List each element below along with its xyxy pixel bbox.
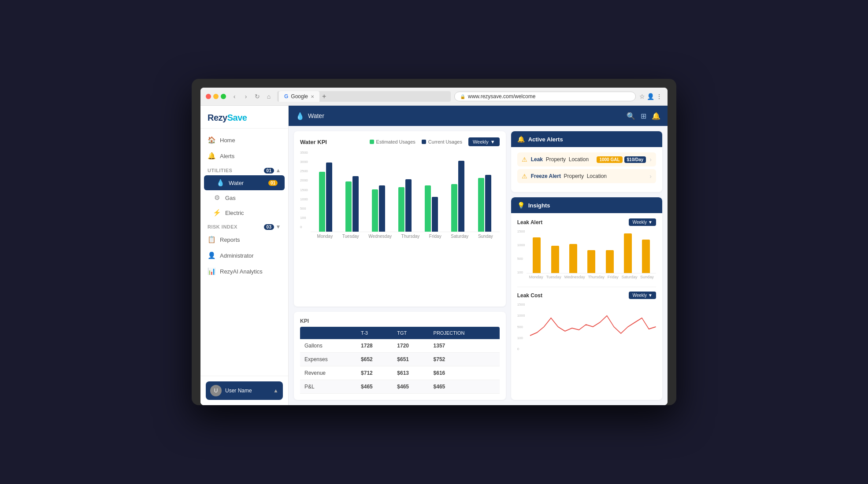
- table-cell-projection: $465: [429, 380, 500, 394]
- bar-day-label: Tuesday: [342, 234, 359, 239]
- col-header-projection: PROJECTION: [429, 327, 500, 339]
- col-header-label: [300, 327, 356, 339]
- legend-green-dot: [370, 140, 374, 144]
- water-icon: 💧: [216, 179, 224, 187]
- profile-button[interactable]: 👤: [647, 93, 654, 100]
- sidebar-item-reports[interactable]: 📋 Reports: [200, 232, 288, 248]
- user-avatar: U: [210, 385, 222, 396]
- alert-property-2: Property: [564, 173, 584, 179]
- address-bar[interactable]: 🔒 www.rezysave.com/welcome: [454, 92, 636, 101]
- tab-label: Google: [291, 93, 308, 100]
- alert-type-leak: Leak: [531, 156, 543, 163]
- sidebar-item-rezyai[interactable]: 📊 RezyAI Analytics: [200, 263, 288, 279]
- risk-label: Risk Index: [208, 224, 237, 229]
- bar-group: [372, 185, 385, 232]
- table-row: P&L$465$465$465: [300, 380, 500, 394]
- bar-day-label: Thursday: [401, 234, 420, 239]
- new-tab-button[interactable]: +: [319, 92, 329, 100]
- search-button[interactable]: 🔍: [627, 112, 635, 120]
- bar-estimated: [398, 187, 404, 232]
- close-btn[interactable]: [206, 94, 211, 99]
- bar-estimated: [345, 181, 352, 232]
- macbook-screen: ‹ › ↻ ⌂ G Google ✕ + 🔒 www.rezysave.com/…: [200, 88, 668, 405]
- bookmark-button[interactable]: ☆: [639, 93, 645, 100]
- leak-cost-section: Leak Cost Weekly ▼ 1500 1000: [517, 292, 656, 351]
- table-cell-t3: $712: [356, 366, 393, 380]
- sidebar-item-electric[interactable]: ⚡ Electric: [200, 205, 288, 220]
- chevron-down-icon-3: ▼: [648, 293, 653, 298]
- leak-cost-chart-area: 1500 1000 500 100 0: [517, 303, 656, 351]
- leak-day-label: Friday: [608, 275, 619, 279]
- reports-icon: 📋: [208, 236, 215, 244]
- leak-alert-weekly-button[interactable]: Weekly ▼: [629, 218, 656, 226]
- sidebar-item-water[interactable]: 💧 Water 01: [204, 175, 285, 190]
- sidebar-item-alerts[interactable]: 🔔 Alerts: [200, 148, 288, 164]
- leak-alert-header: Leak Alert Weekly ▼: [517, 218, 656, 226]
- user-name: User Name: [225, 388, 270, 394]
- bar-group: [319, 163, 332, 232]
- leak-day-label: Monday: [529, 275, 543, 279]
- header-left: 💧 Water: [296, 112, 324, 120]
- browser-tab[interactable]: G Google ✕: [279, 91, 319, 102]
- alert-location: Location: [569, 156, 589, 163]
- table-cell-label: Gallons: [300, 339, 356, 353]
- kpi-chart-header: Water KPI Estimated Usages Current Usage…: [300, 137, 500, 146]
- leak-day-label: Thursday: [588, 275, 605, 279]
- utilities-toggle-icon: ▲: [276, 167, 281, 174]
- maximize-btn[interactable]: [221, 94, 226, 99]
- tab-close-button[interactable]: ✕: [311, 94, 314, 99]
- insights-panel-title: Insights: [528, 202, 550, 209]
- utilities-badge: 01: [264, 168, 274, 174]
- bar-estimated: [478, 178, 484, 232]
- leak-alert-section: Leak Alert Weekly ▼ 1500 1000: [517, 218, 656, 282]
- alert-chevron-icon-2: ›: [649, 173, 652, 180]
- bar-day-label: Monday: [317, 234, 333, 239]
- bar-current: [458, 161, 464, 232]
- sidebar-nav: 🏠 Home 🔔 Alerts Utilities 01 ▲: [200, 129, 288, 376]
- chevron-down-icon: ▼: [490, 139, 495, 144]
- leak-bar: [551, 246, 559, 273]
- risk-index-section-header[interactable]: Risk Index 03 ▼: [200, 220, 288, 232]
- sidebar-item-administrator[interactable]: 👤 Administrator: [200, 248, 288, 263]
- y-label: 2000: [300, 178, 308, 182]
- leak-alert-chart-area: 1500 1000 500 100 M: [517, 229, 656, 282]
- sidebar-item-gas[interactable]: ⚙ Gas: [200, 190, 288, 205]
- insights-card: 💡 Insights Leak Alert Weekly ▼: [511, 197, 662, 400]
- app-container: RezySave 🏠 Home 🔔 Alerts: [200, 106, 668, 405]
- leak-cost-chart-body: [527, 303, 656, 351]
- leak-cost-weekly-button[interactable]: Weekly ▼: [629, 292, 656, 299]
- utilities-section-header[interactable]: Utilities 01 ▲: [200, 164, 288, 175]
- insights-panel-header: 💡 Insights: [511, 197, 662, 213]
- back-button[interactable]: ‹: [230, 92, 239, 101]
- alert-item-freeze[interactable]: ⚠ Freeze Alert Property Location ›: [517, 169, 656, 183]
- kpi-table-header-row: T-3 TGT PROJECTION: [300, 327, 500, 339]
- menu-button[interactable]: ⋮: [656, 93, 662, 100]
- notifications-button[interactable]: 🔔: [652, 112, 660, 120]
- alert-warning-icon-2: ⚠: [522, 173, 527, 180]
- kpi-weekly-button[interactable]: Weekly ▼: [468, 137, 500, 146]
- dashboard-body: Water KPI Estimated Usages Current Usage…: [289, 126, 668, 405]
- minimize-btn[interactable]: [213, 94, 219, 99]
- sidebar-item-home[interactable]: 🏠 Home: [200, 132, 288, 148]
- home-button[interactable]: ⌂: [264, 92, 274, 101]
- bar-group: [345, 176, 359, 232]
- line-chart-path: [530, 316, 656, 336]
- kpi-legend: Estimated Usages Current Usages Weekly ▼: [370, 137, 500, 146]
- table-cell-t3: $465: [356, 380, 393, 394]
- forward-button[interactable]: ›: [241, 92, 251, 101]
- right-column: 🔔 Active Alerts ⚠ Leak Property Location: [511, 131, 662, 400]
- sidebar-item-label: Administrator: [220, 252, 254, 259]
- refresh-button[interactable]: ↻: [252, 92, 262, 101]
- leak-y-labels: 1500 1000 500 100: [517, 229, 525, 282]
- leak-cost-label: Leak Cost: [517, 292, 542, 299]
- grid-button[interactable]: ⊞: [641, 112, 646, 120]
- user-section[interactable]: U User Name ▲: [206, 381, 283, 400]
- table-row: Expenses$652$651$752: [300, 353, 500, 366]
- alert-item-leak[interactable]: ⚠ Leak Property Location 1000 GAL $10/Da…: [517, 152, 656, 166]
- leak-bar: [624, 233, 632, 273]
- table-cell-projection: $752: [429, 353, 500, 366]
- gas-icon: ⚙: [213, 194, 221, 202]
- kpi-table-card: KPI T-3 TGT PROJECTION: [294, 312, 506, 400]
- bar-current: [326, 163, 332, 232]
- utilities-label: Utilities: [208, 168, 232, 173]
